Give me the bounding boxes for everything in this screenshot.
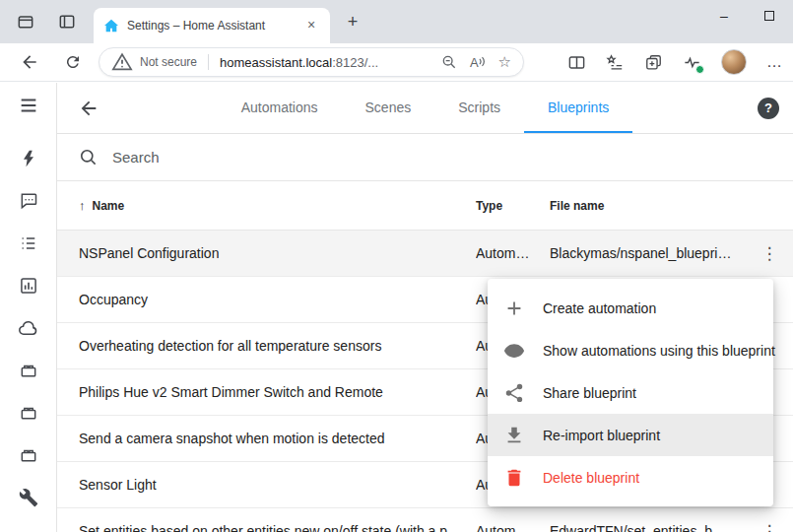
tab-automations[interactable]: Automations	[218, 83, 342, 133]
collections-icon[interactable]	[644, 53, 663, 72]
workspaces-icon[interactable]	[12, 8, 39, 35]
blueprint-name: Philips Hue v2 Smart Dimmer Switch and R…	[79, 384, 476, 400]
browser-tab[interactable]: Settings – Home Assistant ×	[94, 8, 330, 43]
maximize-button[interactable]	[747, 0, 792, 32]
sidebar-cloud-icon[interactable]	[17, 316, 40, 340]
search-icon	[79, 148, 98, 166]
table-row[interactable]: NSPanel Configuration Autom… Blackymas/n…	[57, 231, 793, 277]
menu-item-create-automation[interactable]: Create automation	[488, 287, 773, 329]
eye-icon	[503, 340, 525, 362]
essentials-status-dot	[695, 65, 704, 74]
row-overflow-icon[interactable]: ⋮	[761, 523, 778, 532]
blueprint-name: NSPanel Configuration	[79, 245, 476, 261]
ha-tab-bar: Automations Scenes Scripts Blueprints	[57, 83, 793, 133]
menu-item-delete-blueprint[interactable]: Delete blueprint	[488, 456, 773, 499]
trash-icon	[503, 467, 525, 489]
search-bar[interactable]: Search	[57, 134, 793, 181]
blueprint-file: EdwardTFN/set_entities_bas…	[550, 523, 746, 532]
sidebar-devices-icon[interactable]	[17, 359, 40, 382]
column-file-name[interactable]: File name	[550, 199, 746, 213]
sidebar-entities-icon[interactable]	[17, 401, 40, 425]
tab-actions-icon[interactable]	[53, 8, 81, 35]
blueprint-name: Sensor Light	[79, 477, 476, 493]
new-tab-button[interactable]: +	[341, 11, 364, 34]
zoom-out-icon[interactable]	[441, 54, 457, 70]
sidebar-addons-icon[interactable]	[17, 443, 40, 467]
blueprint-file: Blackymas/nspanel_blueprin…	[550, 245, 746, 261]
browser-back-button[interactable]	[17, 49, 42, 75]
tab-title: Settings – Home Assistant	[127, 19, 295, 33]
refresh-button[interactable]	[60, 49, 86, 75]
sidebar-todo-list-icon[interactable]	[17, 232, 40, 255]
tab-blueprints[interactable]: Blueprints	[524, 83, 632, 133]
address-bar[interactable]: Not secure homeassistant.local:8123/... …	[99, 47, 524, 77]
profile-avatar[interactable]	[721, 49, 747, 75]
sidebar-history-icon[interactable]	[17, 274, 40, 298]
ha-header: Automations Scenes Scripts Blueprints ?	[57, 83, 793, 134]
tab-scripts[interactable]: Scripts	[434, 83, 524, 133]
plus-icon	[503, 298, 525, 319]
not-secure-warning-icon	[111, 51, 133, 73]
tab-close-icon[interactable]: ×	[302, 17, 320, 34]
menu-item-show-automations[interactable]: Show automations using this blueprint	[488, 329, 773, 371]
sort-ascending-icon: ↑	[79, 198, 86, 213]
table-header: ↑ Name Type File name	[57, 181, 793, 231]
blueprint-name: Overheating detection for all temperatur…	[79, 338, 476, 354]
read-aloud-icon[interactable]: A	[470, 55, 486, 70]
tab-scenes[interactable]: Scenes	[342, 83, 435, 133]
maximize-icon	[764, 11, 774, 21]
blueprint-name: Send a camera snapshot when motion is de…	[79, 431, 476, 446]
download-icon	[503, 425, 525, 446]
url-text[interactable]: homeassistant.local:8123/...	[220, 55, 378, 70]
sidebar-assist-icon[interactable]	[17, 189, 40, 213]
menu-item-share-blueprint[interactable]: Share blueprint	[488, 371, 773, 414]
search-placeholder: Search	[112, 149, 160, 166]
ha-back-button[interactable]	[77, 97, 100, 120]
blueprint-name: Occupancy	[79, 292, 476, 307]
blueprint-type: Autom…	[476, 523, 550, 532]
browser-essentials-icon[interactable]	[683, 53, 701, 72]
sidebar-menu-icon[interactable]	[17, 94, 40, 117]
ha-sidebar	[0, 83, 57, 532]
blueprint-type: Autom…	[476, 245, 550, 261]
table-row[interactable]: Set entities based on other entities new…	[57, 508, 793, 532]
home-assistant-favicon	[103, 18, 119, 33]
share-icon	[503, 382, 525, 404]
browser-menu-icon[interactable]: …	[766, 53, 783, 71]
sidebar-developer-tools-icon[interactable]	[17, 486, 40, 509]
row-overflow-icon[interactable]: ⋮	[761, 245, 778, 262]
minimize-button[interactable]: –	[701, 0, 747, 32]
column-name[interactable]: ↑ Name	[79, 198, 476, 213]
blueprint-context-menu: Create automation Show automations using…	[488, 279, 773, 506]
blueprint-name: Set entities based on other entities new…	[79, 523, 476, 532]
favorites-icon[interactable]	[606, 53, 625, 72]
browser-window: Settings – Home Assistant × + – × Not se…	[0, 0, 793, 532]
browser-titlebar: Settings – Home Assistant × + – ×	[0, 0, 793, 43]
column-type[interactable]: Type	[476, 199, 550, 213]
split-screen-icon[interactable]	[567, 53, 586, 72]
address-divider	[208, 54, 209, 70]
security-label[interactable]: Not secure	[140, 55, 197, 69]
menu-item-reimport-blueprint[interactable]: Re-import blueprint	[488, 414, 773, 456]
sidebar-energy-icon[interactable]	[17, 147, 40, 170]
help-icon[interactable]: ?	[758, 98, 779, 119]
favorite-star-icon[interactable]: ☆	[498, 53, 511, 71]
